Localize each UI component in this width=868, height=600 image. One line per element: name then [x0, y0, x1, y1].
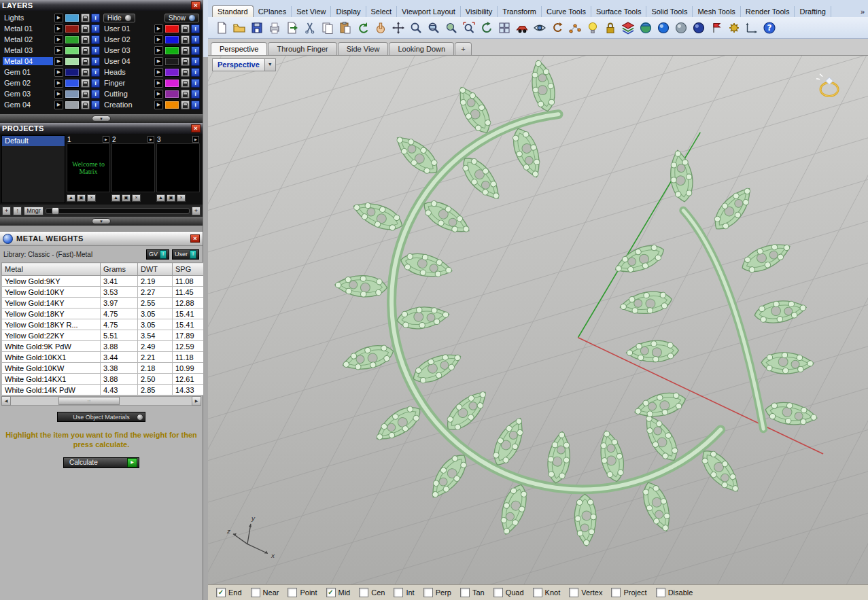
scroll-right-icon[interactable]: ▶ [192, 396, 201, 406]
toolbar-icon-zoom-selected[interactable] [443, 20, 459, 36]
user-library-button[interactable]: User I [172, 249, 199, 260]
project-slot-play-button[interactable]: ▶ [103, 136, 109, 143]
menu-tab-render-tools[interactable]: Render Tools [741, 6, 795, 17]
leaf-setting[interactable] [574, 494, 597, 546]
layer-expand-button[interactable]: ▶ [154, 35, 163, 44]
osnap-mid[interactable]: ✓Mid [326, 588, 351, 597]
layer-color-swatch[interactable] [65, 101, 80, 109]
project-manager-button[interactable]: Mngr [24, 207, 44, 215]
layer-info-button[interactable]: I [191, 24, 200, 33]
osnap-end[interactable]: ✓End [216, 588, 242, 597]
toolbar-icon-render-preview[interactable] [638, 20, 654, 36]
osnap-int[interactable]: Int [394, 588, 414, 597]
layer-color-swatch[interactable] [164, 90, 179, 99]
toolbar-icon-cut[interactable] [302, 20, 318, 36]
toolbar-icon-print[interactable] [266, 20, 283, 36]
project-slot-load-button[interactable]: ▲ [156, 194, 165, 202]
layer-lock-button[interactable] [181, 35, 190, 44]
layer-color-swatch[interactable] [164, 79, 179, 88]
layer-lock-button[interactable] [181, 79, 190, 88]
panel-splitter[interactable] [203, 0, 208, 600]
leaf-setting[interactable] [440, 385, 493, 437]
layer-info-button[interactable]: I [191, 57, 200, 66]
viewport-canvas-holder[interactable]: Perspective ▼ xyz [208, 56, 868, 584]
osnap-perp[interactable]: Perp [423, 588, 451, 597]
leaf-setting[interactable] [638, 479, 676, 535]
layer-info-button[interactable]: I [91, 90, 100, 99]
calculate-button[interactable]: Calculate ▶ [63, 457, 139, 468]
osnap-project[interactable]: Project [611, 588, 646, 597]
project-slot-save-button[interactable]: ▣ [167, 194, 175, 202]
metal-weight-row-yellow-gold-9ky[interactable]: Yellow Gold:9KY3.412.1911.08 [2, 276, 206, 287]
metal-weight-row-yellow-gold-18ky[interactable]: Yellow Gold:18KY4.753.0515.41 [2, 308, 206, 319]
leaf-setting[interactable] [419, 194, 474, 240]
jewelry-vine-model[interactable] [334, 58, 819, 546]
leaf-setting[interactable] [398, 249, 454, 282]
horizontal-scroll-thumb[interactable]: ::: [58, 397, 120, 405]
layer-info-button[interactable]: I [91, 46, 100, 55]
project-slot-thumbnail[interactable] [156, 143, 200, 192]
project-slot-delete-button[interactable]: × [177, 194, 186, 202]
layer-expand-button[interactable]: ▶ [54, 46, 63, 55]
layer-color-swatch[interactable] [65, 46, 80, 55]
osnap-quad[interactable]: Quad [493, 588, 524, 597]
toolbar-icon-zoom-extents[interactable] [461, 20, 477, 36]
project-slot-play-button[interactable]: ▶ [147, 136, 154, 143]
layer-color-swatch[interactable] [65, 57, 80, 66]
metal-weight-row-white-gold-14kx1[interactable]: White Gold:14KX13.882.5012.61 [2, 374, 206, 385]
projects-scroll-slider[interactable] [46, 208, 190, 214]
metal-weights-horizontal-scrollbar[interactable]: ◀ ::: ▶ [1, 396, 201, 406]
menu-tab-surface-tools[interactable]: Surface Tools [591, 6, 646, 17]
leaf-setting[interactable] [626, 340, 679, 363]
column-header-dwt[interactable]: DWT [138, 263, 173, 276]
gv-button[interactable]: GV I [146, 249, 169, 260]
leaf-setting[interactable] [452, 82, 496, 138]
viewport-tab-perspective[interactable]: Perspective [211, 42, 267, 55]
osnap-disable[interactable]: Disable [656, 588, 693, 597]
viewport-tab-through-finger[interactable]: Through Finger [268, 42, 336, 55]
layer-info-button[interactable]: I [91, 24, 100, 33]
layer-label-metal-04[interactable]: Metal 04 [3, 57, 53, 65]
osnap-checkbox-knot[interactable] [533, 588, 542, 597]
layer-color-swatch[interactable] [164, 101, 179, 109]
layer-info-button[interactable]: I [191, 35, 200, 44]
layer-color-swatch[interactable] [65, 68, 80, 77]
toolbar-icon-visibility[interactable] [532, 20, 548, 36]
layer-label-user-04[interactable]: User 04 [103, 57, 153, 65]
leaf-setting[interactable] [349, 196, 406, 236]
leaf-setting[interactable] [667, 149, 695, 202]
toolbar-icon-ghosted-view[interactable] [673, 20, 689, 36]
toolbar-icon-rotate[interactable] [549, 20, 566, 36]
menu-tab-curve-tools[interactable]: Curve Tools [542, 6, 591, 17]
layers-close-button[interactable]: × [191, 1, 201, 10]
layer-info-button[interactable]: I [191, 90, 200, 99]
viewport-tab-add[interactable]: + [455, 42, 471, 55]
hide-button[interactable]: Hide [103, 14, 135, 22]
layer-lock-button[interactable] [81, 14, 90, 22]
leaf-setting[interactable] [508, 125, 546, 181]
layer-info-button[interactable]: I [191, 46, 200, 55]
osnap-checkbox-int[interactable] [394, 588, 403, 597]
toolbar-icon-move[interactable] [390, 20, 406, 36]
layer-info-button[interactable]: I [91, 68, 100, 77]
menu-tab-drafting[interactable]: Drafting [795, 6, 831, 17]
layer-info-button[interactable]: I [191, 68, 200, 77]
toolbar-icon-zoom-window[interactable] [426, 20, 442, 36]
leaf-setting[interactable] [544, 430, 573, 484]
metal-weight-row-yellow-gold-10ky[interactable]: Yellow Gold:10KY3.532.2711.45 [2, 287, 206, 298]
metal-weight-row-yellow-gold-22ky[interactable]: Yellow Gold:22KY5.513.5417.89 [2, 330, 206, 341]
osnap-vertex[interactable]: Vertex [569, 588, 602, 597]
leaf-setting[interactable] [696, 444, 746, 498]
osnap-checkbox-near[interactable] [251, 588, 260, 597]
column-header-metal[interactable]: Metal [2, 263, 101, 276]
osnap-cen[interactable]: Cen [359, 588, 385, 597]
layer-color-swatch[interactable] [164, 57, 179, 66]
layer-expand-button[interactable]: ▶ [54, 14, 63, 22]
osnap-checkbox-project[interactable] [611, 588, 621, 597]
menu-tab-display[interactable]: Display [331, 6, 366, 17]
viewport-3d-scene[interactable]: xyz [208, 56, 868, 584]
project-slot-load-button[interactable]: ▲ [67, 194, 75, 202]
layer-color-swatch[interactable] [65, 35, 80, 44]
metal-weight-row-white-gold-10kx1[interactable]: White Gold:10KX13.442.2111.18 [2, 352, 206, 363]
layer-info-button[interactable]: I [91, 14, 100, 22]
